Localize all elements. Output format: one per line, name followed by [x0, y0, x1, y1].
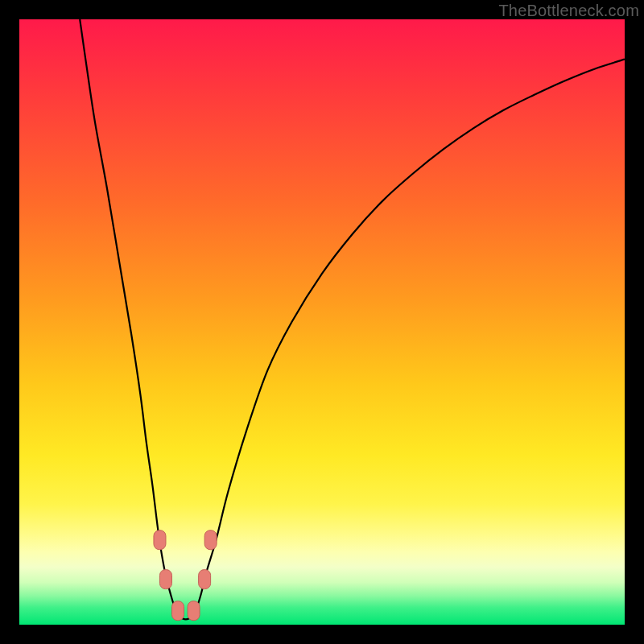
curve-marker [154, 530, 166, 550]
watermark-text: TheBottleneck.com [498, 2, 639, 20]
curve-marker [204, 530, 217, 550]
curve-marker [172, 601, 184, 621]
gradient-background [19, 19, 625, 625]
curve-marker [199, 570, 211, 589]
chart-frame [19, 19, 625, 625]
curve-marker [159, 570, 171, 589]
curve-marker [188, 601, 200, 621]
bottleneck-chart [19, 19, 625, 625]
